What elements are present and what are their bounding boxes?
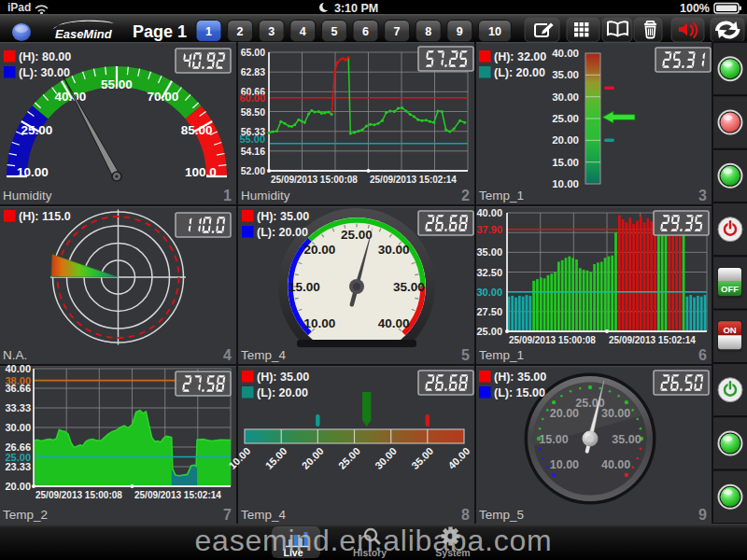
svg-text:55.00: 55.00: [101, 77, 133, 91]
svg-text:1: 1: [205, 25, 212, 38]
svg-text:52.00: 52.00: [241, 165, 265, 176]
svg-text:25/09/2013 15:00:08: 25/09/2013 15:00:08: [271, 175, 358, 185]
svg-text:1: 1: [223, 188, 232, 203]
svg-text:(H): 32.00: (H): 32.00: [494, 50, 546, 63]
svg-text:10.00: 10.00: [17, 165, 49, 179]
svg-text:40.00: 40.00: [476, 207, 502, 218]
svg-text:6: 6: [698, 347, 707, 363]
svg-text:6: 6: [362, 25, 369, 38]
svg-text:9: 9: [698, 507, 707, 523]
svg-text:27.50: 27.50: [476, 306, 502, 317]
svg-text:5: 5: [331, 25, 337, 38]
svg-text:36.66: 36.66: [5, 383, 31, 394]
svg-text:30.00: 30.00: [601, 407, 630, 420]
svg-text:3: 3: [698, 188, 707, 203]
svg-text:10: 10: [488, 25, 501, 38]
svg-text:40.00: 40.00: [601, 458, 630, 471]
svg-text:Humidity: Humidity: [241, 189, 290, 203]
svg-text:8: 8: [425, 25, 431, 38]
svg-text:(H): 35.00: (H): 35.00: [494, 371, 546, 384]
svg-text:58.50: 58.50: [241, 106, 265, 118]
svg-text:EaseMind: EaseMind: [55, 27, 113, 41]
svg-text:(L): 20.00: (L): 20.00: [257, 226, 308, 239]
svg-text:Temp_1: Temp_1: [479, 189, 524, 203]
svg-text:9: 9: [457, 25, 463, 38]
svg-text:2: 2: [461, 188, 470, 203]
svg-text:4: 4: [300, 25, 306, 38]
svg-text:37.90: 37.90: [476, 224, 502, 235]
svg-text:62.83: 62.83: [241, 66, 265, 77]
svg-text:20.00: 20.00: [304, 243, 336, 257]
svg-text:easemind.en.alibaba.com: easemind.en.alibaba.com: [194, 524, 552, 557]
svg-text:35.00: 35.00: [476, 246, 502, 258]
svg-text:7: 7: [394, 25, 401, 38]
svg-text:Temp_1: Temp_1: [479, 348, 524, 362]
svg-text:10.00: 10.00: [304, 316, 336, 330]
svg-text:8: 8: [461, 507, 470, 523]
svg-text:23.33: 23.33: [5, 461, 31, 472]
svg-text:20.00: 20.00: [5, 481, 31, 492]
svg-text:35.00: 35.00: [552, 69, 579, 80]
svg-text:Humidity: Humidity: [3, 189, 52, 203]
svg-text:35.00: 35.00: [612, 433, 641, 446]
svg-text:10.00: 10.00: [552, 178, 579, 189]
svg-text:33.33: 33.33: [5, 402, 31, 413]
svg-text:Temp_5: Temp_5: [479, 508, 524, 522]
svg-text:2: 2: [237, 25, 244, 38]
svg-text:55.00: 55.00: [239, 133, 265, 145]
svg-text:54.16: 54.16: [241, 146, 265, 157]
svg-text:4: 4: [223, 347, 232, 363]
svg-text:OFF: OFF: [721, 284, 739, 294]
svg-text:25/09/2013 15:02:14: 25/09/2013 15:02:14: [609, 335, 696, 345]
svg-text:25/09/2013 15:00:08: 25/09/2013 15:00:08: [35, 490, 122, 500]
svg-text:65.00: 65.00: [241, 47, 265, 58]
svg-text:30.00: 30.00: [378, 243, 410, 257]
svg-text:25.00: 25.00: [552, 113, 579, 124]
svg-text:(H): 80.00: (H): 80.00: [19, 50, 71, 63]
svg-text:(L): 20.00: (L): 20.00: [494, 66, 545, 79]
svg-text:15.00: 15.00: [539, 433, 568, 446]
svg-text:40.00: 40.00: [552, 48, 579, 59]
svg-text:(L): 15.00: (L): 15.00: [494, 386, 545, 399]
svg-text:3: 3: [268, 25, 275, 38]
svg-text:3:10 PM: 3:10 PM: [334, 2, 378, 15]
svg-text:7: 7: [223, 507, 232, 523]
svg-text:25.00: 25.00: [341, 228, 373, 242]
svg-text:Temp_2: Temp_2: [3, 508, 48, 522]
svg-text:5: 5: [461, 347, 470, 363]
svg-text:15.00: 15.00: [552, 157, 579, 168]
svg-text:40.00: 40.00: [378, 316, 410, 330]
svg-text:Temp_4: Temp_4: [241, 508, 287, 522]
svg-text:(H): 115.0: (H): 115.0: [19, 210, 71, 223]
svg-text:85.00: 85.00: [181, 123, 213, 137]
svg-text:32.50: 32.50: [476, 267, 502, 278]
svg-text:25.00: 25.00: [21, 123, 52, 137]
svg-text:100.0: 100.0: [185, 165, 217, 179]
svg-text:(H): 35.00: (H): 35.00: [257, 210, 309, 223]
svg-text:30.00: 30.00: [5, 422, 31, 433]
svg-text:25/09/2013 15:02:14: 25/09/2013 15:02:14: [370, 175, 457, 185]
svg-text:20.00: 20.00: [552, 134, 579, 146]
svg-text:70.00: 70.00: [148, 90, 179, 104]
svg-text:25/09/2013 15:02:14: 25/09/2013 15:02:14: [134, 490, 221, 500]
svg-text:60.00: 60.00: [239, 92, 265, 104]
svg-text:Page 1: Page 1: [133, 22, 187, 41]
svg-text:35.00: 35.00: [393, 280, 425, 294]
svg-text:Temp_4: Temp_4: [241, 348, 287, 362]
svg-text:(L): 20.00: (L): 20.00: [257, 386, 308, 399]
svg-text:100%: 100%: [680, 2, 710, 15]
svg-text:40.00: 40.00: [5, 363, 31, 374]
svg-text:(H): 35.00: (H): 35.00: [257, 371, 309, 384]
svg-text:(L): 30.00: (L): 30.00: [19, 66, 70, 79]
svg-text:25.00: 25.00: [476, 326, 502, 337]
svg-text:iPad: iPad: [7, 1, 31, 14]
svg-text:30.00: 30.00: [552, 91, 579, 103]
svg-text:25/09/2013 15:00:08: 25/09/2013 15:00:08: [509, 335, 596, 345]
svg-text:15.00: 15.00: [289, 280, 320, 294]
svg-text:N.A.: N.A.: [3, 348, 27, 362]
svg-text:10.00: 10.00: [550, 458, 579, 471]
svg-text:ON: ON: [723, 325, 736, 335]
svg-text:30.00: 30.00: [476, 287, 502, 298]
